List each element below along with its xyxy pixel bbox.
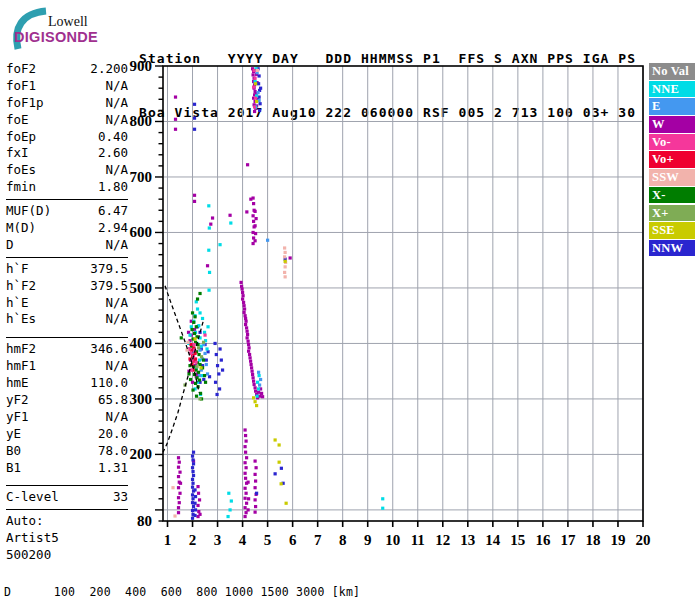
data-point-nne — [207, 249, 210, 252]
data-point-vo- — [192, 343, 195, 346]
data-point-w — [245, 330, 248, 333]
data-point-w — [254, 232, 257, 235]
parameter-label: yE — [6, 426, 21, 443]
data-point-nnw — [284, 257, 287, 260]
data-point-x- — [190, 328, 193, 331]
parameter-label: foEp — [6, 129, 36, 146]
data-point-w — [255, 393, 258, 396]
data-point-x- — [194, 382, 197, 385]
y-tick-label: 200 — [130, 446, 153, 462]
data-point-e — [201, 357, 204, 360]
data-point-nne — [198, 336, 201, 339]
data-point-w — [251, 242, 254, 245]
data-point-w — [253, 498, 256, 501]
data-point-e — [257, 371, 260, 374]
x-tick-label: 14 — [485, 532, 501, 548]
data-point-w — [289, 256, 292, 259]
data-point-ssw — [185, 348, 188, 351]
data-point-nnw — [221, 368, 224, 371]
data-point-nne — [228, 508, 231, 511]
data-point-w — [177, 511, 180, 514]
x-tick-label: 8 — [339, 532, 347, 548]
data-point-w — [246, 508, 249, 511]
data-point-ssw — [186, 341, 189, 344]
data-point-w — [241, 294, 244, 297]
data-point-w — [253, 486, 256, 489]
data-point-nne — [258, 374, 261, 377]
data-point-vo- — [193, 348, 196, 351]
data-point-w — [192, 350, 195, 353]
data-point-w — [252, 202, 255, 205]
data-point-e — [205, 363, 208, 366]
data-point-nne — [226, 515, 229, 518]
data-point-w — [251, 376, 254, 379]
parameter-label: fxI — [6, 145, 29, 162]
data-point-nnw — [192, 462, 195, 465]
data-point-w — [196, 485, 199, 488]
x-tick-label: 2 — [189, 532, 197, 548]
data-point-w — [178, 501, 181, 504]
data-point-nnw — [191, 458, 194, 461]
legend-item-vo-: Vo- — [649, 134, 695, 151]
data-point-sse — [253, 400, 256, 403]
data-point-nnw — [192, 505, 195, 508]
parameter-label: D — [6, 237, 14, 254]
data-point-nnw — [191, 454, 194, 457]
data-point-x- — [193, 358, 196, 361]
data-point-nne — [198, 358, 201, 361]
parameter-label: foE — [6, 112, 29, 129]
data-point-nne — [196, 381, 199, 384]
x-tick-label: 18 — [585, 532, 600, 548]
parameter-row-fxi: fxI2.60 — [6, 145, 128, 162]
lowell-digisonde-logo: Lowell DIGISONDE — [6, 6, 126, 52]
data-point-w — [243, 307, 246, 310]
data-point-sse — [274, 438, 277, 441]
data-point-sse — [280, 482, 283, 485]
data-point-x- — [196, 343, 199, 346]
data-point-w — [244, 477, 247, 480]
parameter-label: M(D) — [6, 220, 36, 237]
data-point-nnw — [191, 509, 194, 512]
data-point-w — [254, 479, 257, 482]
data-point-nne — [229, 221, 232, 224]
data-point-x+ — [198, 397, 201, 400]
parameter-value: 20.0 — [98, 426, 128, 443]
parameter-value: N/A — [105, 295, 128, 312]
data-point-x- — [198, 378, 201, 381]
data-point-x- — [202, 358, 205, 361]
data-point-w — [191, 381, 194, 384]
parameter-value: 379.5 — [90, 278, 128, 295]
data-point-nne — [195, 342, 198, 345]
data-point-w — [197, 510, 200, 513]
data-point-sse — [284, 260, 287, 263]
data-point-w — [206, 264, 209, 267]
data-point-nne — [256, 381, 259, 384]
parameter-label: yF2 — [6, 392, 29, 409]
data-point-w — [243, 515, 246, 518]
x-tick-label: 15 — [510, 532, 525, 548]
parameter-label: h`Es — [6, 311, 36, 328]
artist-profile-trace — [165, 286, 199, 393]
data-point-x- — [195, 325, 198, 328]
data-point-w — [253, 473, 256, 476]
data-point-e — [200, 368, 203, 371]
parameter-row-he: h`EN/A — [6, 295, 128, 312]
parameter-row-b1: B11.31 — [6, 460, 128, 477]
data-point-vo+ — [194, 357, 197, 360]
x-tick-label: 4 — [239, 532, 247, 548]
legend-item-x-: X- — [649, 187, 695, 204]
data-point-w — [250, 370, 253, 373]
data-point-w — [246, 333, 249, 336]
data-point-w — [239, 281, 242, 284]
station-header-values: Boa Vista 2017 Aug10 222 060000 RSF 005 … — [139, 104, 636, 122]
data-point-w — [178, 471, 181, 474]
parameter-label: foEs — [6, 162, 36, 179]
artist-profile-trace — [163, 322, 203, 452]
parameter-row-fof1p: foF1pN/A — [6, 95, 128, 112]
legend-item-w: W — [649, 116, 695, 133]
data-point-vo+ — [191, 354, 194, 357]
data-point-x- — [192, 347, 195, 350]
data-point-w — [243, 445, 246, 448]
data-point-x- — [192, 365, 195, 368]
data-point-x- — [188, 364, 191, 367]
